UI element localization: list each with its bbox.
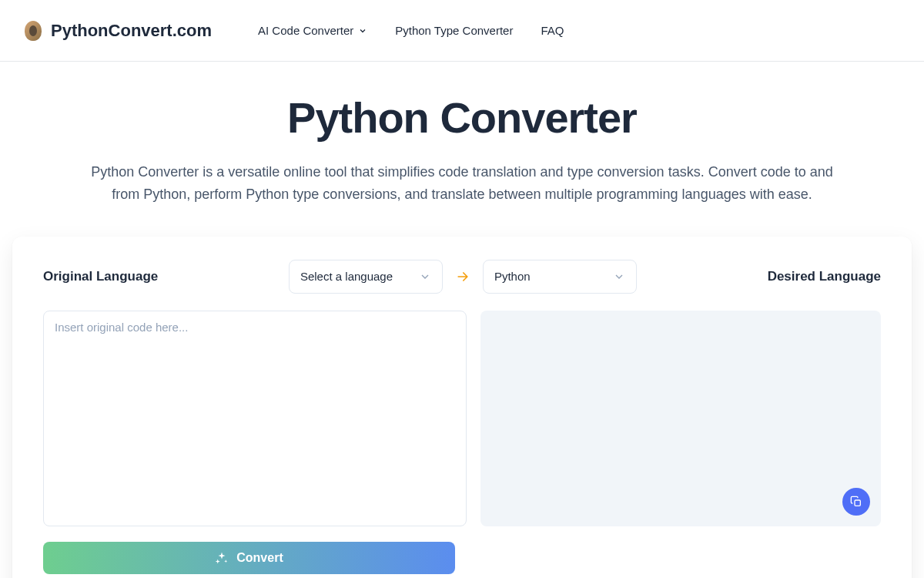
copy-button[interactable] [842, 488, 870, 516]
arrow-right-icon [455, 269, 470, 284]
sparkle-icon [215, 551, 229, 565]
logo-icon [25, 21, 42, 41]
logo-area[interactable]: PythonConvert.com [25, 21, 212, 41]
nav-label: FAQ [541, 24, 564, 37]
page-title: Python Converter [0, 92, 924, 143]
site-header: PythonConvert.com AI Code Converter Pyth… [0, 0, 924, 62]
convert-button[interactable]: Convert [43, 542, 455, 574]
nav-label: Python Type Converter [395, 24, 513, 37]
convert-button-label: Convert [236, 551, 283, 565]
select-value: Python [494, 270, 531, 283]
select-value: Select a language [300, 270, 393, 283]
original-language-label: Original Language [43, 269, 158, 284]
nav-faq[interactable]: FAQ [541, 24, 564, 37]
main-content: Python Converter Python Converter is a v… [0, 62, 924, 578]
controls-row: Original Language Select a language Pyth… [43, 260, 881, 294]
main-nav: AI Code Converter Python Type Converter … [258, 24, 564, 37]
site-title: PythonConvert.com [51, 21, 212, 41]
source-language-select[interactable]: Select a language [289, 260, 443, 294]
chevron-down-icon [358, 26, 367, 35]
nav-label: AI Code Converter [258, 24, 353, 37]
target-language-select[interactable]: Python [483, 260, 637, 294]
output-panel [480, 311, 881, 526]
converter-card: Original Language Select a language Pyth… [12, 237, 912, 578]
nav-python-type-converter[interactable]: Python Type Converter [395, 24, 513, 37]
svg-rect-0 [855, 500, 860, 506]
nav-ai-code-converter[interactable]: AI Code Converter [258, 24, 367, 37]
page-description: Python Converter is a versatile online t… [73, 161, 851, 206]
editors-row [43, 311, 881, 526]
source-code-input[interactable] [43, 311, 467, 526]
chevron-down-icon [419, 271, 431, 283]
center-controls: Select a language Python [289, 260, 637, 294]
chevron-down-icon [613, 271, 625, 283]
desired-language-label: Desired Language [768, 269, 881, 284]
copy-icon [850, 496, 862, 508]
